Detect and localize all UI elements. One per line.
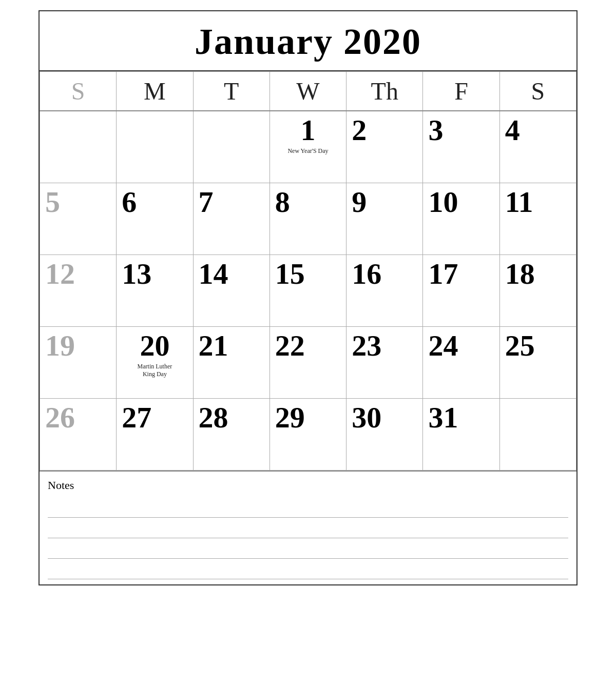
day-number-21: 21 [199,331,228,361]
cell-w1-d2 [117,111,193,183]
day-number-9: 9 [352,187,367,217]
notes-line-2[interactable] [48,518,568,538]
day-number-1: 1 [300,115,315,145]
cell-w3-d7: 18 [499,255,576,326]
notes-lines [48,497,568,579]
day-number-24: 24 [428,331,458,361]
dow-saturday: S [499,72,576,111]
cell-w4-d3: 21 [193,326,270,398]
notes-line-4[interactable] [48,559,568,579]
cell-w4-d7: 25 [499,326,576,398]
cell-w3-d6: 17 [423,255,499,326]
cell-w3-d5: 16 [346,255,423,326]
cell-w2-d2: 6 [117,183,193,255]
calendar-grid: S M T W Th F S 1New Year'S Day2345678910… [40,71,576,471]
dow-sunday: S [40,72,117,111]
cell-w5-d1: 26 [40,398,117,470]
day-number-28: 28 [199,403,228,433]
cell-w4-d1: 19 [40,326,117,398]
cell-w3-d2: 13 [117,255,193,326]
day-number-12: 12 [45,259,75,289]
cell-w2-d4: 8 [270,183,346,255]
dow-tuesday: T [193,72,270,111]
week-row-2: 567891011 [40,183,576,255]
week-row-4: 1920Martin LutherKing Day2122232425 [40,326,576,398]
cell-w2-d1: 5 [40,183,117,255]
day-number-14: 14 [199,259,228,289]
cell-w4-d5: 23 [346,326,423,398]
week-row-1: 1New Year'S Day234 [40,111,576,183]
cell-w4-d4: 22 [270,326,346,398]
day-number-20: 20 [140,331,169,361]
holiday-label-1: New Year'S Day [275,147,341,155]
day-number-25: 25 [505,331,535,361]
week-row-5: 262728293031 [40,398,576,470]
cell-w5-d3: 28 [193,398,270,470]
day-number-16: 16 [352,259,381,289]
cell-w4-d6: 24 [423,326,499,398]
cell-w5-d4: 29 [270,398,346,470]
day-number-17: 17 [428,259,458,289]
cell-w2-d5: 9 [346,183,423,255]
cell-w3-d1: 12 [40,255,117,326]
day-number-7: 7 [199,187,214,217]
day-number-19: 19 [45,331,75,361]
day-number-23: 23 [352,331,381,361]
day-number-30: 30 [352,403,381,433]
day-number-22: 22 [275,331,305,361]
cell-w5-d5: 30 [346,398,423,470]
day-number-15: 15 [275,259,305,289]
day-number-6: 6 [122,187,137,217]
day-number-2: 2 [352,115,367,145]
cell-w5-d2: 27 [117,398,193,470]
cell-w3-d3: 14 [193,255,270,326]
cell-w1-d3 [193,111,270,183]
cell-w1-d1 [40,111,117,183]
cell-w2-d7: 11 [499,183,576,255]
day-number-13: 13 [122,259,151,289]
cell-w1-d7: 4 [499,111,576,183]
dow-wednesday: W [270,72,346,111]
day-number-26: 26 [45,403,75,433]
day-number-3: 3 [428,115,443,145]
calendar: January 2020 S M T W Th F S 1New Year'S … [38,10,578,585]
dow-thursday: Th [346,72,423,111]
week-row-3: 12131415161718 [40,255,576,326]
day-number-5: 5 [45,187,60,217]
notes-line-1[interactable] [48,497,568,518]
day-number-4: 4 [505,115,520,145]
cell-w1-d5: 2 [346,111,423,183]
days-of-week-row: S M T W Th F S [40,72,576,111]
day-number-31: 31 [428,403,458,433]
day-number-8: 8 [275,187,290,217]
cell-w4-d2: 20Martin LutherKing Day [117,326,193,398]
day-number-11: 11 [505,187,533,217]
day-number-27: 27 [122,403,151,433]
cell-w1-d4: 1New Year'S Day [270,111,346,183]
calendar-title: January 2020 [40,11,576,71]
holiday-label-20: Martin LutherKing Day [122,363,187,379]
notes-section: Notes [40,471,576,584]
day-number-18: 18 [505,259,535,289]
cell-w1-d6: 3 [423,111,499,183]
dow-monday: M [117,72,193,111]
cell-w5-d6: 31 [423,398,499,470]
notes-label: Notes [48,479,568,492]
cell-w3-d4: 15 [270,255,346,326]
cell-w2-d6: 10 [423,183,499,255]
day-number-10: 10 [428,187,458,217]
notes-line-3[interactable] [48,538,568,559]
cell-w2-d3: 7 [193,183,270,255]
cell-w5-d7 [499,398,576,470]
day-number-29: 29 [275,403,305,433]
dow-friday: F [423,72,499,111]
